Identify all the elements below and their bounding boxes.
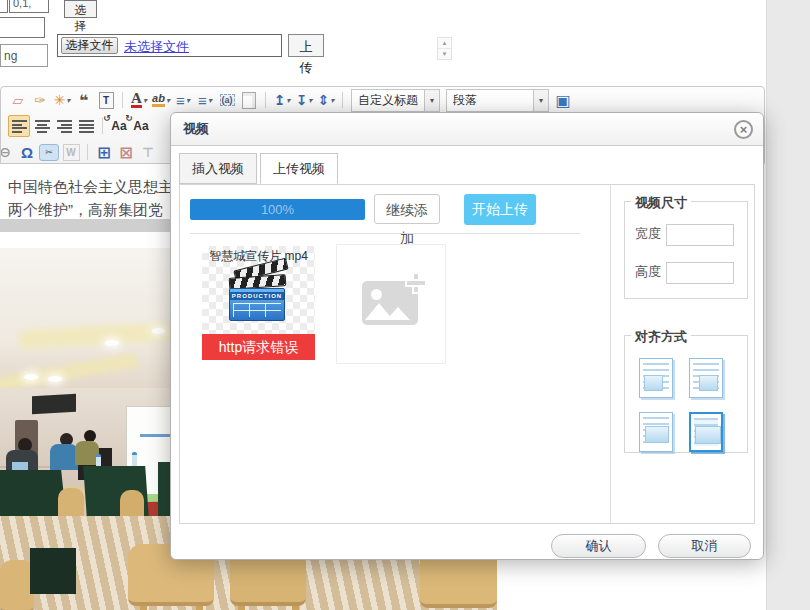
- ordered-list-icon[interactable]: ≡▾: [173, 90, 193, 110]
- delete-table-icon[interactable]: ⊠: [116, 142, 136, 162]
- font-color-icon[interactable]: A▾: [129, 90, 149, 110]
- screenshot-icon[interactable]: ✂: [39, 142, 59, 162]
- file-input-box[interactable]: 选择文件 未选择文件: [57, 34, 282, 57]
- photo-speaker: [32, 394, 76, 414]
- align-option-left[interactable]: [639, 358, 673, 398]
- close-icon[interactable]: ×: [734, 120, 753, 139]
- anchor-icon[interactable]: (a): [217, 90, 237, 110]
- table-title-icon[interactable]: ⊤: [138, 142, 158, 162]
- height-input[interactable]: [666, 262, 734, 284]
- video-size-fieldset: 视频尺寸 宽度 高度: [624, 201, 748, 299]
- plus-icon: [407, 274, 425, 292]
- name-input[interactable]: [0, 44, 48, 67]
- line-spacing-icon[interactable]: ⇕▾: [316, 90, 336, 110]
- toolbar-divider: [265, 92, 266, 108]
- clipped-circle-icon[interactable]: ⊖: [0, 142, 15, 162]
- format-brush-icon[interactable]: ✑: [30, 90, 50, 110]
- paragraph-select[interactable]: 段落 ▾: [446, 89, 549, 112]
- dialog-tabs: 插入视频 上传视频: [179, 153, 341, 184]
- blank-doc-icon[interactable]: [239, 90, 259, 110]
- choose-file-button[interactable]: 选择文件: [61, 37, 118, 54]
- queue-divider: [190, 233, 580, 234]
- partial-input[interactable]: [0, 0, 8, 13]
- chevron-down-icon: ▾: [533, 90, 548, 111]
- photo-shape: [152, 328, 165, 334]
- highlight-icon[interactable]: ab▾: [151, 90, 171, 110]
- width-label: 宽度: [635, 226, 661, 241]
- photo-screen-text: [140, 434, 170, 437]
- paragraph-spacing-top-icon[interactable]: ↥▾: [272, 90, 292, 110]
- file-status-text: 未选择文件: [124, 38, 189, 56]
- eraser-icon[interactable]: ▱: [8, 90, 28, 110]
- justify-button[interactable]: [76, 116, 96, 136]
- number-stepper[interactable]: ▲ ▼: [437, 37, 452, 60]
- photo-table-corner: [30, 548, 76, 594]
- align-left-button[interactable]: [8, 115, 30, 137]
- toolbar-row-1: ▱ ✑ ✳▾ ❝ T A▾ ab▾ ≡▾ ≡▾ (a) ↥▾ ↧▾ ⇕▾ 自定义…: [1, 87, 764, 113]
- unordered-list-icon[interactable]: ≡▾: [195, 90, 215, 110]
- add-image-icon: [362, 281, 418, 325]
- upload-error-badge: http请求错误: [202, 334, 315, 360]
- insert-table-icon[interactable]: ⊞: [94, 142, 114, 162]
- align-right-button[interactable]: [54, 116, 74, 136]
- choose-button[interactable]: 选择: [64, 0, 97, 18]
- alignment-fieldset: 对齐方式: [624, 335, 748, 453]
- dialog-title: 视频: [171, 113, 763, 146]
- clapperboard-brand-text: PRODUCTION: [230, 292, 284, 300]
- width-input[interactable]: [666, 224, 734, 246]
- photo-chair: [0, 560, 34, 610]
- paste-plain-icon[interactable]: T: [96, 90, 116, 110]
- param-input[interactable]: [9, 0, 49, 13]
- align-option-block-selected[interactable]: [689, 412, 723, 452]
- auto-typeset-icon[interactable]: ✳▾: [52, 90, 72, 110]
- chevron-down-icon: ▾: [424, 90, 439, 111]
- paragraph-spacing-bottom-icon[interactable]: ↧▾: [294, 90, 314, 110]
- photo-person-torso: [50, 444, 78, 470]
- empty-input[interactable]: [0, 17, 45, 38]
- photo-shape: [24, 374, 38, 380]
- page-background: [766, 0, 810, 610]
- photo-shape: [0, 353, 138, 393]
- to-lowercase-icon[interactable]: ↻Aa: [131, 116, 151, 136]
- video-dialog: 视频 × 插入视频 上传视频 100% 继续添加 开始上传 智慧城宣传片.mp4…: [170, 112, 764, 560]
- special-character-icon[interactable]: Ω: [17, 142, 37, 162]
- tab-content-panel: 100% 继续添加 开始上传 智慧城宣传片.mp4 PRODUCTION htt…: [179, 184, 755, 524]
- tab-insert-video[interactable]: 插入视频: [179, 153, 257, 184]
- toolbar-divider: [122, 92, 123, 108]
- align-option-right[interactable]: [689, 358, 723, 398]
- height-label: 高度: [635, 264, 661, 279]
- continue-add-button[interactable]: 继续添加: [374, 194, 440, 224]
- alignment-legend: 对齐方式: [631, 328, 691, 346]
- upload-progress-bar: 100%: [190, 199, 365, 220]
- photo-shape: [48, 376, 62, 382]
- align-option-center[interactable]: [639, 412, 673, 452]
- align-center-button[interactable]: [32, 116, 52, 136]
- upload-queue-section: 100% 继续添加 开始上传 智慧城宣传片.mp4 PRODUCTION htt…: [180, 185, 611, 523]
- blockquote-icon[interactable]: ❝: [74, 90, 94, 110]
- confirm-button[interactable]: 确认: [551, 534, 646, 558]
- fullscreen-monitor-icon[interactable]: ▣: [553, 90, 573, 110]
- upload-button[interactable]: 上传: [288, 34, 324, 57]
- stepper-up-icon[interactable]: ▲: [438, 38, 451, 49]
- upload-file-item[interactable]: 智慧城宣传片.mp4 PRODUCTION http请求错误: [202, 246, 315, 360]
- tab-upload-video[interactable]: 上传视频: [260, 153, 338, 184]
- video-clapperboard-icon: PRODUCTION: [228, 263, 290, 325]
- heading-select[interactable]: 自定义标题 ▾: [351, 89, 440, 112]
- photo-shape: [105, 340, 119, 346]
- height-row: 高度: [635, 262, 734, 284]
- stepper-down-icon[interactable]: ▼: [438, 49, 451, 59]
- cancel-button[interactable]: 取消: [658, 534, 751, 558]
- toolbar-divider: [342, 92, 343, 108]
- start-upload-button[interactable]: 开始上传: [464, 194, 536, 225]
- word-import-icon[interactable]: W: [61, 142, 81, 162]
- video-size-legend: 视频尺寸: [631, 194, 691, 212]
- toolbar-divider: [87, 144, 88, 160]
- width-row: 宽度: [635, 224, 734, 246]
- add-file-placeholder[interactable]: [336, 244, 446, 364]
